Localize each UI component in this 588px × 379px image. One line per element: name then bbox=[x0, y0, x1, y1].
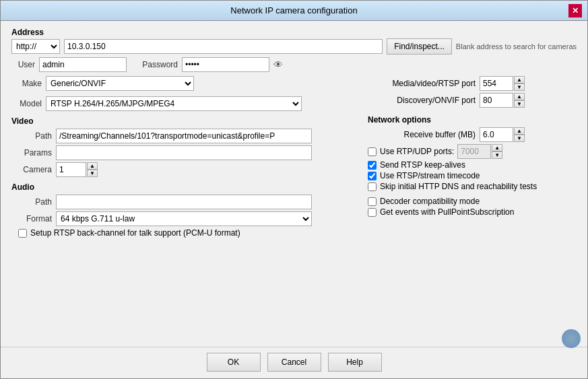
audio-path-label: Path bbox=[11, 197, 52, 207]
receive-buffer-down-button[interactable]: ▼ bbox=[514, 135, 525, 142]
rtsp-timecode-checkbox[interactable] bbox=[368, 172, 377, 180]
receive-buffer-row: Receive buffer (MB) ▲ ▼ bbox=[368, 127, 577, 142]
bottom-buttons: OK Cancel Help bbox=[1, 347, 587, 378]
password-label: Password bbox=[137, 60, 178, 69]
onvif-port-up-button[interactable]: ▲ bbox=[514, 93, 525, 100]
rtp-port-up-button[interactable]: ▲ bbox=[492, 144, 502, 151]
video-camera-row: Camera ▲ ▼ bbox=[11, 162, 354, 177]
send-rtsp-label: Send RTSP keep-alives bbox=[380, 160, 465, 170]
rtsp-port-spinner-buttons: ▲ ▼ bbox=[514, 76, 525, 91]
video-section: Video Path Params Camera bbox=[11, 116, 354, 177]
make-select[interactable]: Generic/ONVIF Axis Bosch Hikvision bbox=[46, 76, 194, 91]
model-label: Model bbox=[11, 99, 42, 108]
ip-input[interactable] bbox=[64, 39, 383, 54]
rtp-udp-label: Use RTP/UDP ports: bbox=[380, 147, 454, 156]
ok-button[interactable]: OK bbox=[207, 353, 261, 372]
rtsp-port-spinner: ▲ ▼ bbox=[480, 76, 525, 91]
dialog-content: Address http:// https:// rtsp:// Find/in… bbox=[1, 21, 587, 347]
video-camera-label: Camera bbox=[11, 165, 52, 174]
audio-path-input[interactable] bbox=[56, 195, 312, 209]
get-events-checkbox[interactable] bbox=[368, 208, 377, 217]
rtsp-port-label: Media/video/RTSP port bbox=[368, 79, 476, 88]
video-params-input[interactable] bbox=[56, 145, 312, 160]
user-password-row: User Password 👁 bbox=[11, 57, 577, 72]
rtsp-port-input[interactable] bbox=[480, 76, 513, 91]
camera-spinner: ▲ ▼ bbox=[56, 162, 98, 177]
audio-format-row: Format 64 kbps G.711 u-law 64 kbps G.711… bbox=[11, 211, 354, 226]
audio-section: Audio Path Format 64 kbps G.711 u-law 64… bbox=[11, 182, 354, 239]
right-panel: Media/video/RTSP port ▲ ▼ Discovery/ONVI… bbox=[368, 76, 577, 340]
onvif-port-row: Discovery/ONVIF port ▲ ▼ bbox=[368, 93, 577, 108]
left-panel: Make Generic/ONVIF Axis Bosch Hikvision … bbox=[11, 76, 354, 340]
receive-buffer-input[interactable] bbox=[480, 127, 513, 142]
protocol-select[interactable]: http:// https:// rtsp:// bbox=[11, 39, 60, 54]
network-options-label: Network options bbox=[368, 115, 577, 125]
camera-spinner-buttons: ▲ ▼ bbox=[87, 162, 98, 177]
address-section: Address http:// https:// rtsp:// Find/in… bbox=[11, 28, 577, 72]
video-path-label: Path bbox=[11, 131, 52, 141]
rtsp-port-row: Media/video/RTSP port ▲ ▼ bbox=[368, 76, 577, 91]
skip-http-checkbox[interactable] bbox=[368, 182, 377, 191]
rtsp-backchannel-checkbox[interactable] bbox=[18, 229, 27, 238]
onvif-port-spinner-buttons: ▲ ▼ bbox=[514, 93, 525, 108]
decoder-compat-label: Decoder compatibility mode bbox=[380, 197, 480, 206]
receive-buffer-up-button[interactable]: ▲ bbox=[514, 127, 525, 135]
close-button[interactable]: ✕ bbox=[568, 4, 582, 18]
rtsp-backchannel-label: Setup RTSP back-channel for talk support… bbox=[30, 228, 240, 238]
video-section-label: Video bbox=[11, 116, 354, 126]
password-input[interactable] bbox=[182, 57, 269, 72]
dialog-title: Network IP camera configuration bbox=[20, 5, 568, 15]
get-events-label: Get events with PullPointSubscription bbox=[380, 207, 514, 217]
skip-http-label: Skip initial HTTP DNS and reachability t… bbox=[380, 182, 537, 191]
send-rtsp-checkbox[interactable] bbox=[368, 161, 377, 170]
audio-section-label: Audio bbox=[11, 182, 354, 192]
send-rtsp-row: Send RTSP keep-alives bbox=[368, 160, 577, 170]
rtp-port-input[interactable] bbox=[457, 144, 491, 159]
title-bar: Network IP camera configuration ✕ bbox=[1, 1, 587, 21]
camera-up-button[interactable]: ▲ bbox=[87, 162, 98, 170]
decoder-compat-row: Decoder compatibility mode bbox=[368, 197, 577, 206]
rtsp-port-up-button[interactable]: ▲ bbox=[514, 76, 525, 83]
rtsp-backchannel-row: Setup RTSP back-channel for talk support… bbox=[18, 228, 354, 238]
main-area: Make Generic/ONVIF Axis Bosch Hikvision … bbox=[11, 76, 577, 340]
model-row: Model RTSP H.264/H.265/MJPG/MPEG4 ONVIF … bbox=[11, 96, 354, 111]
rtp-port-spinner-buttons: ▲ ▼ bbox=[492, 144, 502, 159]
receive-buffer-label: Receive buffer (MB) bbox=[368, 130, 476, 139]
video-params-label: Params bbox=[11, 148, 52, 158]
audio-path-row: Path bbox=[11, 195, 354, 209]
skip-http-row: Skip initial HTTP DNS and reachability t… bbox=[368, 182, 577, 191]
cancel-button[interactable]: Cancel bbox=[267, 353, 321, 372]
video-path-row: Path bbox=[11, 129, 354, 143]
user-input[interactable] bbox=[39, 57, 127, 72]
decoder-compat-checkbox[interactable] bbox=[368, 197, 377, 206]
receive-buffer-spinner: ▲ ▼ bbox=[480, 127, 525, 142]
extra-options: Decoder compatibility mode Get events wi… bbox=[368, 197, 577, 217]
scrollbar-thumb[interactable] bbox=[562, 329, 581, 348]
make-row: Make Generic/ONVIF Axis Bosch Hikvision bbox=[11, 76, 354, 91]
network-options-section: Network options Receive buffer (MB) ▲ ▼ bbox=[368, 115, 577, 218]
address-section-label: Address bbox=[11, 28, 577, 37]
find-inspect-button[interactable]: Find/inspect... bbox=[387, 38, 452, 55]
get-events-row: Get events with PullPointSubscription bbox=[368, 207, 577, 217]
receive-buffer-spinner-buttons: ▲ ▼ bbox=[514, 127, 525, 142]
rtp-port-down-button[interactable]: ▼ bbox=[492, 151, 502, 159]
onvif-port-input[interactable] bbox=[480, 93, 513, 108]
camera-down-button[interactable]: ▼ bbox=[87, 170, 98, 177]
video-params-row: Params bbox=[11, 145, 354, 160]
video-path-input[interactable] bbox=[56, 129, 312, 143]
make-label: Make bbox=[11, 79, 42, 88]
audio-format-select[interactable]: 64 kbps G.711 u-law 64 kbps G.711 a-law … bbox=[56, 211, 312, 226]
rtp-udp-checkbox[interactable] bbox=[368, 147, 377, 156]
blank-address-note: Blank address to search for cameras bbox=[456, 42, 577, 50]
rtsp-timecode-label: Use RTSP/stream timecode bbox=[380, 171, 480, 180]
rtp-port-spinner: ▲ ▼ bbox=[457, 144, 502, 159]
model-select[interactable]: RTSP H.264/H.265/MJPG/MPEG4 ONVIF MJPEG bbox=[46, 96, 302, 111]
user-label: User bbox=[11, 60, 35, 69]
address-row: http:// https:// rtsp:// Find/inspect...… bbox=[11, 38, 577, 55]
password-visibility-icon[interactable]: 👁 bbox=[273, 59, 283, 70]
rtsp-port-down-button[interactable]: ▼ bbox=[514, 83, 525, 91]
onvif-port-down-button[interactable]: ▼ bbox=[514, 100, 525, 108]
help-button[interactable]: Help bbox=[328, 353, 382, 372]
camera-input[interactable] bbox=[56, 162, 86, 177]
rtsp-timecode-row: Use RTSP/stream timecode bbox=[368, 171, 577, 180]
